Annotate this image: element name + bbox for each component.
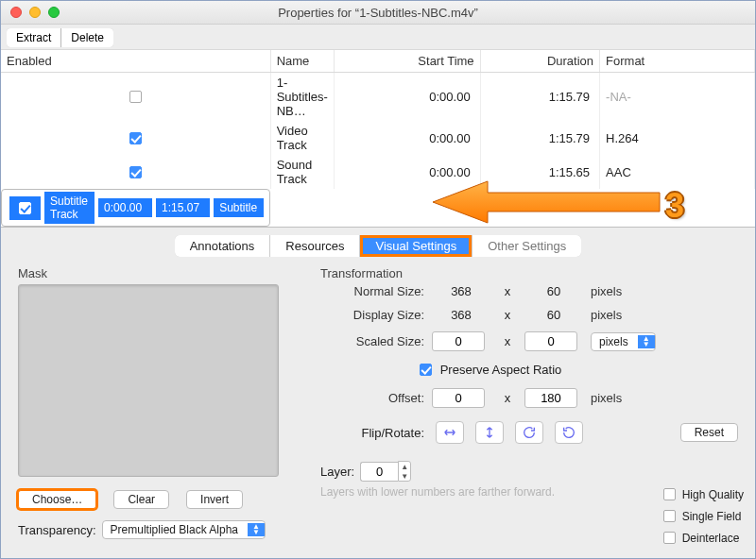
select-stepper-icon: ▲▼ (248, 523, 265, 536)
mask-fieldset: Mask Choose… Clear Invert Transparency: … (9, 263, 298, 549)
normal-size-h: 60 (524, 284, 583, 298)
mask-label: Mask (18, 266, 288, 280)
toolbar: Extract Delete (1, 25, 755, 49)
display-size-unit: pixels (591, 308, 657, 322)
preserve-aspect-label: Preserve Aspect Ratio (440, 363, 562, 377)
scaled-size-h-input[interactable] (524, 331, 577, 351)
layer-input[interactable] (360, 462, 398, 482)
track-duration: 1:15.65 (480, 155, 599, 189)
flip-rotate-label: Flip/Rotate: (320, 426, 424, 440)
tab-resources[interactable]: Resources (270, 235, 360, 257)
flip-horizontal-button[interactable] (436, 421, 464, 444)
track-duration: 1:15.79 (480, 121, 599, 155)
titlebar: Properties for “1-Subtitles-NBC.m4v” (1, 1, 755, 25)
track-enabled-checkbox[interactable] (129, 132, 142, 144)
mask-preview[interactable] (18, 284, 279, 477)
col-duration[interactable]: Duration (480, 50, 599, 73)
stepper-arrows-icon[interactable]: ▲▼ (398, 461, 411, 482)
layer-label: Layer: (320, 465, 354, 479)
flip-vertical-button[interactable] (475, 421, 504, 444)
track-name: Sound Track (270, 155, 334, 189)
normal-size-w: 368 (432, 284, 490, 298)
track-name: Subtitle Track (44, 192, 94, 224)
offset-label: Offset: (320, 391, 424, 405)
tab-annotations[interactable]: Annotations (175, 235, 271, 257)
col-start[interactable]: Start Time (334, 50, 480, 73)
single-field-checkbox[interactable] (663, 510, 676, 522)
mask-choose-button[interactable]: Choose… (18, 490, 96, 509)
track-start: 0:00.00 (334, 121, 480, 155)
extract-button[interactable]: Extract (7, 28, 61, 47)
rotate-ccw-button[interactable] (555, 421, 583, 444)
scaled-size-unit-select[interactable]: pixels ▲▼ (591, 332, 656, 351)
window-minimize-button[interactable] (29, 7, 41, 18)
table-row[interactable]: 1-Subtitles-NB…0:00.001:15.79-NA- (1, 73, 755, 122)
table-row[interactable]: Subtitle Track0:00.001:15.07Subtitle (1, 189, 270, 227)
table-row[interactable]: Video Track0:00.001:15.79H.264 (1, 121, 755, 155)
scaled-size-label: Scaled Size: (320, 334, 424, 348)
window-zoom-button[interactable] (48, 7, 60, 18)
select-stepper-icon: ▲▼ (638, 335, 655, 348)
display-size-h: 60 (524, 308, 583, 322)
rotate-cw-button[interactable] (515, 421, 543, 444)
deinterlace-checkbox[interactable] (663, 532, 676, 544)
layer-stepper[interactable]: ▲▼ (360, 461, 411, 482)
col-name[interactable]: Name (270, 50, 334, 73)
track-start: 0:00.00 (334, 155, 480, 189)
tab-visual-settings[interactable]: Visual Settings (360, 235, 472, 257)
track-enabled-checkbox[interactable] (129, 166, 142, 178)
track-duration: 1:15.79 (480, 73, 599, 122)
delete-button[interactable]: Delete (61, 28, 113, 47)
tab-other-settings[interactable]: Other Settings (472, 235, 581, 257)
track-duration: 1:15.07 (156, 198, 210, 217)
transparency-value: Premultiplied Black Alpha (111, 523, 238, 536)
reset-button[interactable]: Reset (680, 423, 738, 442)
display-size-label: Display Size: (320, 308, 424, 322)
normal-size-unit: pixels (591, 284, 657, 298)
track-start: 0:00.00 (334, 73, 480, 122)
scaled-size-w-input[interactable] (432, 331, 485, 351)
col-format[interactable]: Format (600, 50, 755, 73)
flip-vertical-icon (482, 425, 497, 440)
flip-horizontal-icon (442, 425, 457, 440)
track-enabled-checkbox[interactable] (129, 91, 142, 103)
transparency-label: Transparency: (18, 523, 96, 537)
transformation-fieldset: Transformation Normal Size: 368 x 60 pix… (311, 263, 747, 549)
settings-panel: AnnotationsResourcesVisual SettingsOther… (1, 228, 755, 558)
track-format: H.264 (600, 121, 755, 155)
quality-options: High Quality Single Field Deinterlace (660, 485, 744, 547)
table-row[interactable]: Sound Track0:00.001:15.65AAC (1, 155, 755, 189)
display-size-w: 368 (432, 308, 490, 322)
normal-size-label: Normal Size: (320, 284, 424, 298)
track-name: 1-Subtitles-NB… (270, 73, 334, 122)
track-enabled-checkbox[interactable] (19, 202, 31, 214)
track-name: Video Track (270, 121, 334, 155)
preserve-aspect-checkbox[interactable] (420, 364, 432, 376)
properties-window: Properties for “1-Subtitles-NBC.m4v” Ext… (0, 0, 756, 559)
high-quality-checkbox[interactable] (663, 488, 676, 500)
offset-x-input[interactable] (432, 388, 485, 408)
rotate-cw-icon (522, 425, 537, 440)
mask-invert-button[interactable]: Invert (186, 490, 243, 509)
transformation-label: Transformation (320, 266, 738, 280)
track-start: 0:00.00 (98, 198, 152, 217)
tracks-table: Enabled Name Start Time Duration Format … (1, 49, 755, 228)
rotate-ccw-icon (561, 425, 576, 440)
track-format: -NA- (600, 73, 755, 122)
track-format: AAC (600, 155, 755, 189)
window-close-button[interactable] (10, 7, 22, 18)
mask-clear-button[interactable]: Clear (113, 490, 169, 509)
offset-y-input[interactable] (524, 388, 577, 408)
track-format: Subtitle (214, 198, 264, 217)
window-title: Properties for “1-Subtitles-NBC.m4v” (1, 6, 755, 20)
offset-unit: pixels (591, 391, 657, 405)
tabbar: AnnotationsResourcesVisual SettingsOther… (9, 235, 747, 257)
col-enabled[interactable]: Enabled (1, 50, 270, 73)
transparency-select[interactable]: Premultiplied Black Alpha ▲▼ (102, 520, 266, 539)
